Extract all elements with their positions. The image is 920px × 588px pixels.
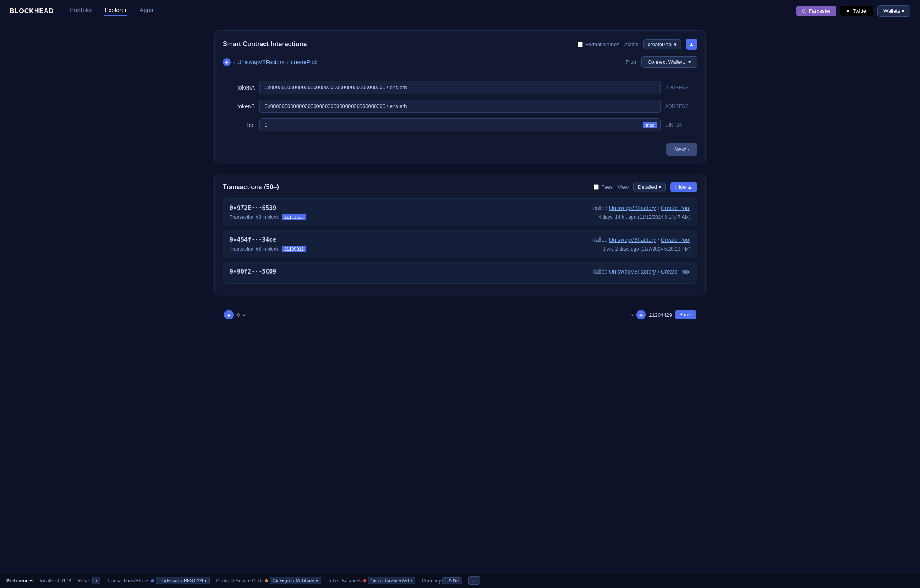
connect-wallet-chevron-icon: ▾ bbox=[688, 59, 691, 65]
smart-contract-section: Smart Contract Interactions Format Names… bbox=[214, 30, 706, 164]
tx-called-1: called UniswapV3Factory › Create Pool bbox=[593, 237, 690, 243]
fee-input[interactable] bbox=[259, 118, 661, 131]
tx-time-0: 4 days, 14 hr. ago (11/12/2024 6:14:47 A… bbox=[598, 214, 690, 220]
fees-checkbox[interactable] bbox=[594, 184, 599, 190]
tokenA-label: tokenA bbox=[223, 84, 255, 91]
contract-path: ◈ › UniswapV3Factory › createPool bbox=[223, 58, 318, 66]
tx-card-2: 0×90f2···5C09 called UniswapV3Factory › … bbox=[223, 262, 697, 284]
tx-card-bottom-1: Transaction #6 in block 21139011 1 wk, 2… bbox=[230, 246, 690, 252]
bottom-bar: Preferences localhost:5173 Result ▾ Tran… bbox=[0, 573, 920, 588]
tx-hash-0[interactable]: 0×972E···6539 bbox=[230, 204, 276, 212]
tokenA-type: ADDRESS bbox=[665, 85, 697, 90]
action-label: Action bbox=[624, 41, 639, 47]
tx-blocks-item: Transactions/Blocks Blockscout › REST AP… bbox=[107, 577, 210, 584]
preferences-label[interactable]: Preferences bbox=[6, 578, 34, 584]
block-num-icon: ◈ bbox=[636, 310, 646, 319]
tokenB-input[interactable] bbox=[259, 100, 661, 113]
pagination-right: » ◈ 21204429 Share bbox=[630, 310, 696, 319]
chevron-down-icon: ▾ bbox=[674, 41, 677, 47]
transactions-section: Transactions (50+) Fees View Detailed ▾ … bbox=[214, 174, 706, 296]
result-dropdown[interactable]: ▾ bbox=[92, 577, 100, 584]
farcaster-button[interactable]: ⬡ Farcaster bbox=[796, 6, 836, 16]
tx-contract-link-2[interactable]: UniswapV3Factory bbox=[609, 269, 656, 275]
wallets-button[interactable]: Wallets ▾ bbox=[877, 5, 910, 17]
result-label: Result bbox=[77, 578, 91, 584]
contract-icon: ◈ bbox=[223, 58, 231, 66]
breadcrumb-arrow-2: › bbox=[287, 59, 289, 65]
tx-card-bottom-0: Transaction #3 in block 21171533 4 days,… bbox=[230, 214, 690, 220]
tx-hash-2[interactable]: 0×90f2···5C09 bbox=[230, 268, 276, 275]
token-balance-label: Token Balances bbox=[328, 578, 362, 584]
contract-name-link[interactable]: UniswapV3Factory bbox=[238, 59, 285, 65]
tokenB-row: tokenB ADDRESS bbox=[223, 100, 697, 113]
nav-apps[interactable]: Apps bbox=[140, 6, 153, 16]
nav-explorer[interactable]: Explorer bbox=[104, 6, 127, 16]
contract-api-dropdown[interactable]: Curvegrid › MultiBaas ▾ bbox=[270, 577, 321, 584]
twitter-button[interactable]: ✕ Twitter bbox=[840, 6, 873, 16]
tokenA-input[interactable] bbox=[259, 81, 661, 94]
connect-wallet-button[interactable]: Connect Wallet... ▾ bbox=[641, 56, 697, 68]
method-name-link[interactable]: createPool bbox=[291, 59, 318, 65]
view-chevron-icon: ▾ bbox=[659, 184, 661, 190]
action-dropdown[interactable]: createPool ▾ bbox=[643, 39, 681, 49]
share-button[interactable]: Share bbox=[675, 310, 696, 319]
section-header-right: Format Names Action createPool ▾ ▲ bbox=[578, 39, 697, 50]
twitter-icon: ✕ bbox=[846, 8, 850, 14]
breadcrumb-arrow: › bbox=[233, 59, 235, 65]
tokenA-row: tokenA ADDRESS bbox=[223, 81, 697, 94]
tx-hash-1[interactable]: 0×454f···34ce bbox=[230, 236, 276, 243]
fee-type: UINT24 bbox=[665, 122, 697, 128]
next-page-button[interactable]: » bbox=[630, 312, 633, 318]
tx-api-dropdown[interactable]: Blockscout › REST API ▾ bbox=[156, 577, 210, 584]
tx-meta-0: Transaction #3 in block 21171533 bbox=[230, 214, 306, 220]
next-button[interactable]: Next › bbox=[666, 143, 697, 156]
token-balance-item: Token Balances 1inch › Balance API ▾ bbox=[328, 577, 415, 584]
pagination-bar: ◈ 0 « » ◈ 21204429 Share bbox=[214, 306, 706, 323]
nav-actions: ⬡ Farcaster ✕ Twitter Wallets ▾ bbox=[796, 5, 910, 17]
result-item: Result ▾ bbox=[77, 577, 100, 584]
tx-meta-1: Transaction #6 in block 21139011 bbox=[230, 246, 306, 252]
currency-item: Currency US Dol bbox=[422, 577, 462, 584]
format-names-checkbox[interactable] bbox=[578, 42, 583, 47]
fee-input-wrap: max bbox=[259, 118, 661, 131]
tx-card-top-0: 0×972E···6539 called UniswapV3Factory › … bbox=[230, 204, 690, 212]
main-content: Smart Contract Interactions Format Names… bbox=[205, 22, 715, 331]
fee-max-button[interactable]: max bbox=[643, 122, 657, 128]
curvegrid-dot bbox=[265, 579, 268, 582]
section-title: Smart Contract Interactions bbox=[223, 41, 307, 48]
tx-method-link-0[interactable]: Create Pool bbox=[661, 205, 690, 211]
fee-label: fee bbox=[223, 122, 255, 128]
section-header: Smart Contract Interactions Format Names… bbox=[223, 39, 697, 50]
ellipsis-button[interactable]: ··· bbox=[468, 576, 480, 585]
page-icon: ◈ bbox=[224, 310, 234, 319]
from-row: From Connect Wallet... ▾ bbox=[625, 56, 697, 68]
contract-path-row: ◈ › UniswapV3Factory › createPool From C… bbox=[223, 56, 697, 73]
tx-method-link-1[interactable]: Create Pool bbox=[661, 237, 690, 243]
tx-contract-link-1[interactable]: UniswapV3Factory bbox=[609, 237, 656, 243]
localhost-label: localhost:5173 bbox=[40, 578, 71, 584]
fees-label[interactable]: Fees bbox=[594, 184, 613, 190]
token-api-chevron-icon: ▾ bbox=[410, 578, 413, 583]
tx-contract-link-0[interactable]: UniswapV3Factory bbox=[609, 205, 656, 211]
from-label: From bbox=[625, 59, 637, 65]
prev-page-button[interactable]: « bbox=[243, 312, 246, 318]
hide-button[interactable]: Hide ▲ bbox=[670, 182, 697, 192]
1inch-dot bbox=[363, 579, 366, 582]
currency-dropdown[interactable]: US Dol bbox=[442, 577, 462, 584]
tx-api-chevron-icon: ▾ bbox=[204, 578, 207, 583]
contract-action-icon-btn[interactable]: ▲ bbox=[686, 39, 697, 50]
view-dropdown[interactable]: Detailed ▾ bbox=[633, 182, 666, 192]
fee-row: fee max UINT24 bbox=[223, 118, 697, 131]
tx-method-link-2[interactable]: Create Pool bbox=[661, 269, 690, 275]
nav-portfolio[interactable]: Portfolio bbox=[70, 6, 92, 16]
tokenA-input-wrap bbox=[259, 81, 661, 94]
tx-called-2: called UniswapV3Factory › Create Pool bbox=[593, 269, 690, 275]
nav-links: Portfolio Explorer Apps bbox=[70, 6, 796, 16]
format-names-label[interactable]: Format Names bbox=[578, 41, 619, 47]
tx-card-1: 0×454f···34ce called UniswapV3Factory › … bbox=[223, 230, 697, 258]
token-api-dropdown[interactable]: 1inch › Balance API ▾ bbox=[368, 577, 415, 584]
currency-label: Currency bbox=[422, 578, 441, 584]
tx-section-header: Transactions (50+) Fees View Detailed ▾ … bbox=[223, 182, 697, 192]
tx-time-1: 1 wk, 2 days ago (11/7/2024 5:20:23 PM) bbox=[603, 246, 690, 252]
farcaster-icon: ⬡ bbox=[802, 8, 806, 14]
